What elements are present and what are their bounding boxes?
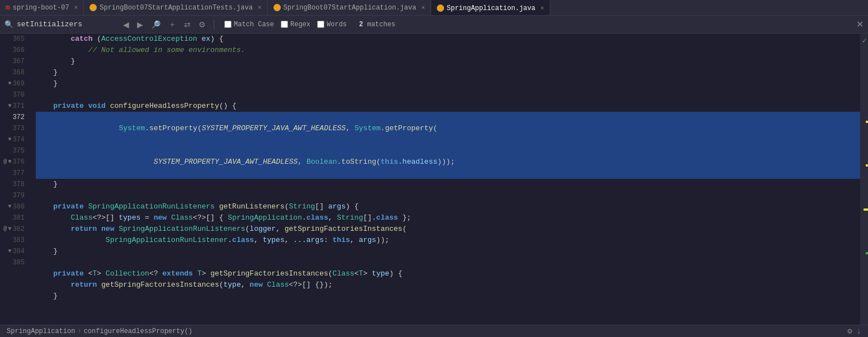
tab-label-tests: SpringBoot07StartApplicationTests.java [100, 4, 253, 12]
close-tab-spring-boot-07[interactable]: × [74, 4, 78, 11]
fold-icon-374[interactable]: ▼ [8, 134, 11, 145]
gutter-381: 381 [0, 212, 27, 224]
code-375 [36, 190, 40, 201]
gutter-lines: 365 366 367 368 ▼ 369 [0, 34, 27, 268]
code-366: // Not allowed in some environments. [36, 45, 245, 56]
search-find-button[interactable]: 🔎 [149, 19, 163, 30]
gutter-366: 366 [0, 45, 27, 56]
code-line-368: } [36, 67, 860, 78]
regex-label: Regex [290, 21, 310, 29]
code-382: private <T> Collection<? extends T> getS… [36, 268, 402, 279]
code-line-380: } [36, 246, 860, 257]
matches-label: matches [367, 21, 395, 29]
code-line-377: Class<?>[] types = new Class<?>[] { Spri… [36, 212, 860, 224]
ln-372: 372 [12, 112, 25, 123]
bottom-arrow-icon[interactable]: ↓ [857, 327, 861, 336]
code-381 [36, 257, 40, 268]
gutter-372: 372 [0, 112, 27, 123]
gutter-369: ▼ 369 [0, 78, 27, 89]
search-replace-icon[interactable]: ⇄ [182, 19, 193, 30]
code-line-365: catch (AccessControlException ex) { [36, 34, 860, 45]
gutter-377: 377 [0, 168, 27, 179]
code-line-371: private void configureHeadlessProperty()… [36, 101, 860, 112]
search-next-button[interactable]: ▶ [135, 19, 145, 30]
match-count-number: 2 [359, 21, 363, 29]
tab-spring-boot-07[interactable]: m spring-boot-07 × [0, 0, 84, 16]
fold-icon-380[interactable]: ▼ [8, 201, 11, 212]
ln-382: 382 [12, 224, 25, 235]
ln-367: 367 [12, 56, 25, 67]
search-prev-button[interactable]: ◀ [121, 19, 131, 30]
scroll-indicator-1 [866, 121, 868, 123]
ln-378: 378 [12, 179, 25, 190]
ln-370: 370 [12, 89, 25, 101]
search-bar: 🔍 ◀ ▶ 🔎 ＋ ⇄ ⚙ Match Case Regex Words 2 m… [0, 16, 868, 34]
gutter-368: 368 [0, 67, 27, 78]
gutter-370: 370 [0, 89, 27, 101]
settings-gear-icon[interactable]: ⚙ [847, 326, 852, 336]
tab-spring-application-java[interactable]: SpringApplication.java × [431, 0, 550, 16]
code-365: catch (AccessControlException ex) { [36, 34, 224, 45]
code-line-374: } [36, 179, 860, 190]
fold-icon-371[interactable]: ▼ [8, 101, 11, 112]
words-checkbox[interactable] [317, 21, 324, 28]
gutter-375: 375 [0, 145, 27, 156]
fold-icon-369[interactable]: ▼ [8, 78, 11, 89]
code-line-375 [36, 190, 860, 201]
code-lines: catch (AccessControlException ex) { // N… [31, 34, 860, 313]
code-line-367: } [36, 56, 860, 67]
check-indicator: ✓ [862, 36, 867, 45]
editor-main: 365 366 367 368 ▼ 369 [0, 34, 868, 325]
match-case-option[interactable]: Match Case [224, 21, 274, 29]
search-settings-icon[interactable]: ⚙ [196, 19, 208, 30]
gutter-379: 379 [0, 190, 27, 201]
close-tab-spring[interactable]: × [540, 5, 544, 12]
gutter-373: 373 [0, 123, 27, 134]
code-376: private SpringApplicationRunListeners ge… [36, 201, 358, 212]
code-368: } [36, 67, 58, 78]
match-case-checkbox[interactable] [224, 21, 232, 28]
scrollbar-right[interactable]: ✓ [860, 34, 868, 325]
close-tab-tests[interactable]: × [258, 4, 262, 11]
code-line-385 [36, 302, 860, 313]
scroll-indicator-2 [866, 164, 868, 167]
fold-icon-382[interactable]: ▼ [8, 224, 11, 235]
code-line-369: } [36, 78, 860, 89]
gutter-376: @ ▼ 376 [0, 156, 27, 168]
code-line-381 [36, 257, 860, 268]
code-367: } [36, 56, 75, 67]
breadcrumb-class[interactable]: SpringApplication [7, 327, 75, 335]
code-area[interactable]: catch (AccessControlException ex) { // N… [31, 34, 860, 325]
words-option[interactable]: Words [317, 21, 347, 29]
search-input[interactable] [17, 20, 117, 29]
search-add-button[interactable]: ＋ [166, 18, 178, 31]
code-369: } [36, 78, 58, 89]
match-count: 2 matches [359, 21, 395, 29]
regex-checkbox[interactable] [281, 21, 288, 28]
breadcrumb-method[interactable]: configureHeadlessProperty() [84, 327, 192, 335]
code-373: SYSTEM_PROPERTY_JAVA_AWT_HEADLESS, Boole… [79, 158, 455, 166]
match-case-label: Match Case [234, 21, 274, 29]
code-line-379: SpringApplicationRunListener.class, type… [36, 235, 860, 246]
search-close-button[interactable]: ✕ [856, 19, 864, 30]
ln-374: 374 [12, 134, 25, 145]
fold-icon-384[interactable]: ▼ [8, 246, 11, 257]
gutter-378: 378 [0, 179, 27, 190]
fold-icon-376[interactable]: ▼ [8, 156, 11, 168]
tab-start-application-java[interactable]: SpringBoot07StartApplication.java × [268, 0, 431, 16]
gutter-374: ▼ 374 [0, 134, 27, 145]
gutter-371: ▼ 371 [0, 101, 27, 112]
code-378: return new SpringApplicationRunListeners… [36, 224, 407, 235]
close-tab-start[interactable]: × [421, 4, 425, 11]
code-line-376: private SpringApplicationRunListeners ge… [36, 201, 860, 212]
code-370 [36, 89, 40, 101]
regex-option[interactable]: Regex [281, 21, 310, 29]
editor: 365 366 367 368 ▼ 369 [0, 34, 868, 325]
code-line-382: private <T> Collection<? extends T> getS… [36, 268, 860, 279]
tab-label-start: SpringBoot07StartApplication.java [284, 4, 417, 12]
code-371: private void configureHeadlessProperty()… [36, 101, 237, 112]
ln-366: 366 [12, 45, 25, 56]
ln-376: 376 [12, 156, 25, 168]
ln-379: 379 [12, 190, 25, 201]
tab-tests-java[interactable]: SpringBoot07StartApplicationTests.java × [84, 0, 267, 16]
